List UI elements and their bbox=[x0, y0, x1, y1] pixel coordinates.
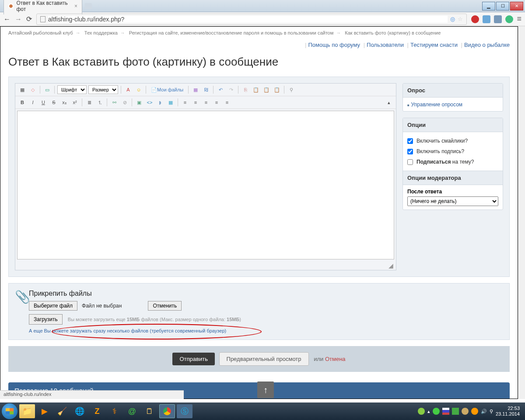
remove-format-icon[interactable]: ▦ bbox=[18, 85, 27, 94]
top-link[interactable]: Тестируем снасти bbox=[410, 42, 458, 48]
subscribe-checkbox[interactable] bbox=[407, 159, 413, 165]
align-left-icon[interactable]: ≡ bbox=[181, 98, 189, 107]
redo-icon[interactable]: ↷ bbox=[227, 85, 235, 94]
scroll-top-button[interactable]: ↑ bbox=[257, 382, 274, 398]
top-link[interactable]: Пользователи bbox=[367, 42, 404, 48]
omnibox[interactable]: ◎ ☆ bbox=[36, 14, 467, 25]
tray-lang-icon[interactable] bbox=[442, 408, 449, 415]
code-icon[interactable]: <> bbox=[145, 98, 154, 107]
scrollbar[interactable] bbox=[518, 26, 525, 399]
numbered-list-icon[interactable]: ⒈ bbox=[95, 98, 104, 107]
subscript-icon[interactable]: x₂ bbox=[60, 98, 69, 107]
choose-file-button[interactable]: Выберите файл bbox=[29, 301, 77, 311]
translate-icon[interactable]: ◎ bbox=[450, 16, 455, 22]
window-maximize-button[interactable]: ☐ bbox=[496, 2, 509, 10]
tray-arrow-icon[interactable]: ▴ bbox=[427, 409, 430, 414]
multi-upload-link[interactable]: А еще Вы можете загружать сразу нескольк… bbox=[29, 328, 503, 333]
eraser-icon[interactable]: ◇ bbox=[28, 85, 37, 94]
window-close-button[interactable]: ✕ bbox=[510, 2, 523, 10]
collapse-toolbar-icon[interactable]: ▴ bbox=[385, 98, 393, 107]
enable-signature-checkbox[interactable] bbox=[407, 149, 413, 154]
new-tab-button[interactable] bbox=[85, 3, 92, 9]
after-reply-select[interactable]: (Ничего не делать) bbox=[407, 196, 498, 206]
cancel-link[interactable]: Отмена bbox=[325, 356, 346, 362]
paste-word-icon[interactable]: 📋 bbox=[273, 85, 281, 94]
browser-tab[interactable]: Ответ в Как вставить фот × bbox=[4, 0, 82, 14]
top-link[interactable]: Видео о рыбалке bbox=[464, 42, 510, 48]
top-link[interactable]: Помощь по форуму bbox=[308, 42, 360, 48]
underline-icon[interactable]: U bbox=[39, 98, 48, 107]
align-center-icon[interactable]: ≡ bbox=[191, 98, 200, 107]
adblock-icon[interactable] bbox=[471, 15, 479, 23]
paste-icon[interactable]: 📋 bbox=[252, 85, 260, 94]
myfiles-button[interactable]: 📄 Мои файлы bbox=[149, 85, 186, 94]
preview-button[interactable]: Предварительный просмотр bbox=[219, 352, 309, 366]
paste-text-icon[interactable]: 📋 bbox=[262, 85, 271, 94]
superscript-icon[interactable]: x² bbox=[70, 98, 79, 107]
spellcheck-icon[interactable]: ⚲ bbox=[287, 85, 296, 94]
align-justify-icon[interactable]: ≡ bbox=[212, 98, 221, 107]
toggle-icon[interactable]: ▭ bbox=[43, 85, 52, 94]
wmp-icon[interactable]: ▶ bbox=[37, 404, 52, 418]
tray-icon[interactable] bbox=[433, 408, 440, 415]
insert-icon-2[interactable]: ₪ bbox=[202, 85, 210, 94]
smiley-icon[interactable]: ☺ bbox=[134, 85, 143, 94]
tray-icon[interactable] bbox=[462, 408, 469, 415]
notes-icon[interactable]: 🗒 bbox=[142, 404, 158, 418]
insert-icon-1[interactable]: ▦ bbox=[191, 85, 200, 94]
copy-icon[interactable]: ⎘ bbox=[241, 85, 250, 94]
explorer-icon[interactable]: 📁 bbox=[19, 404, 35, 418]
italic-icon[interactable]: I bbox=[28, 98, 37, 107]
bold-icon[interactable]: B bbox=[18, 98, 27, 107]
strike-icon[interactable]: S bbox=[49, 98, 58, 107]
breadcrumb-item[interactable]: Регистрация на сайте, изменение/восстано… bbox=[129, 30, 333, 35]
media-icon[interactable]: ▦ bbox=[166, 98, 175, 107]
breadcrumb-item[interactable]: Тех поддержка bbox=[84, 30, 118, 35]
start-button[interactable] bbox=[2, 403, 18, 419]
forward-button[interactable]: → bbox=[15, 15, 22, 23]
ccleaner-icon[interactable]: 🧹 bbox=[54, 404, 70, 418]
resize-handle-icon[interactable]: ◢ bbox=[15, 261, 396, 270]
chrome-menu-icon[interactable]: ≡ bbox=[517, 14, 522, 24]
zona-icon[interactable]: Z bbox=[89, 404, 105, 418]
extension-icon-3[interactable] bbox=[494, 15, 502, 23]
manage-poll-link[interactable]: Управление опросом bbox=[411, 102, 462, 108]
mail-icon[interactable]: @ bbox=[124, 404, 140, 418]
breadcrumb-item[interactable]: Как вставить фото (картинку) в сообщение bbox=[345, 30, 441, 35]
tray-icon[interactable] bbox=[418, 408, 425, 415]
network-icon[interactable]: ⚲ bbox=[490, 409, 493, 414]
align-right-icon[interactable]: ≡ bbox=[202, 98, 210, 107]
skype-icon[interactable]: Ⓢ bbox=[177, 404, 192, 418]
back-button[interactable]: ← bbox=[4, 15, 10, 23]
extension-icon-4[interactable] bbox=[505, 15, 513, 23]
reload-button[interactable]: ⟳ bbox=[26, 15, 32, 23]
size-select[interactable]: Размер bbox=[88, 85, 118, 94]
enable-smilies-checkbox[interactable] bbox=[407, 138, 413, 144]
tray-icon[interactable] bbox=[471, 408, 478, 415]
breadcrumb-item[interactable]: Алтайский рыболовный клуб bbox=[8, 30, 73, 35]
tab-close-icon[interactable]: × bbox=[74, 3, 77, 9]
avast-icon[interactable]: ⚕ bbox=[107, 404, 122, 418]
submit-button[interactable]: Отправить bbox=[172, 353, 214, 365]
earth-icon[interactable]: 🌐 bbox=[72, 404, 88, 418]
clock[interactable]: 22:53 23.11.2014 bbox=[496, 406, 520, 417]
image-icon[interactable]: ▣ bbox=[135, 98, 144, 107]
bookmark-star-icon[interactable]: ☆ bbox=[458, 16, 463, 22]
font-select[interactable]: Шрифт bbox=[57, 85, 87, 94]
url-input[interactable] bbox=[48, 16, 448, 23]
align-icon-5[interactable]: ≡ bbox=[223, 98, 231, 107]
cancel-attach-button[interactable]: Отменить bbox=[148, 301, 182, 311]
link-icon[interactable]: ⚯ bbox=[110, 98, 119, 107]
unlink-icon[interactable]: ⊘ bbox=[120, 98, 129, 107]
quote-icon[interactable]: ◗ bbox=[156, 98, 164, 107]
upload-button[interactable]: Загрузить bbox=[29, 314, 63, 325]
window-minimize-button[interactable]: ▁ bbox=[482, 2, 495, 10]
bullet-list-icon[interactable]: ≣ bbox=[85, 98, 94, 107]
chrome-taskbar-icon[interactable] bbox=[159, 404, 175, 418]
volume-icon[interactable]: 🔊 bbox=[481, 409, 487, 414]
editor-textarea[interactable] bbox=[17, 111, 394, 259]
extension-icon-2[interactable] bbox=[483, 15, 490, 23]
text-color-icon[interactable]: A bbox=[124, 85, 133, 94]
undo-icon[interactable]: ↶ bbox=[216, 85, 225, 94]
tray-icon[interactable] bbox=[452, 408, 459, 415]
